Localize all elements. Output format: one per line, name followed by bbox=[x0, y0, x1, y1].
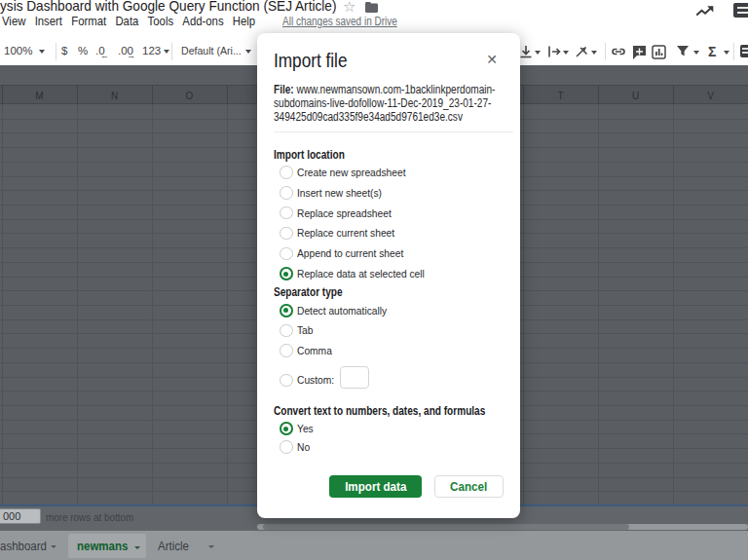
trending-up-icon[interactable] bbox=[695, 5, 715, 19]
sheet-tab-ashboard[interactable]: ashboard bbox=[0, 531, 62, 560]
functions-dropdown-arrow-icon[interactable] bbox=[724, 51, 729, 55]
radio-replace-current-sheet[interactable]: Replace current sheet bbox=[257, 223, 520, 243]
file-label: File: bbox=[274, 83, 294, 96]
sheet-tab-dropdown-arrow-icon[interactable] bbox=[51, 545, 56, 548]
more-formats-dropdown-arrow-icon bbox=[164, 50, 169, 54]
radio-circle-icon[interactable] bbox=[280, 344, 293, 357]
column-header-N[interactable]: N bbox=[77, 91, 152, 101]
create-filter-button[interactable] bbox=[676, 45, 691, 59]
radio-circle-icon[interactable] bbox=[280, 304, 293, 317]
radio-label: Custom: bbox=[297, 374, 339, 386]
separator-type-label: Separator type bbox=[274, 285, 343, 299]
toolbar-separator bbox=[605, 43, 606, 60]
zoom-select[interactable]: 100% bbox=[4, 45, 45, 56]
import-location-options: Create new spreadsheetInsert new sheet(s… bbox=[257, 163, 520, 284]
toolbar-separator bbox=[733, 43, 734, 60]
decrease-decimals-button[interactable]: .0← bbox=[95, 45, 105, 56]
convert-text-label: Convert text to numbers, dates, and form… bbox=[274, 404, 485, 418]
menu-data[interactable]: Data bbox=[115, 14, 138, 28]
toolbar-separator bbox=[56, 43, 56, 60]
radio-circle-icon[interactable] bbox=[280, 422, 293, 435]
font-dropdown-arrow-icon bbox=[245, 50, 251, 54]
radio-create-new-spreadsheet[interactable]: Create new spreadsheet bbox=[257, 163, 520, 183]
radio-tab[interactable]: Tab bbox=[257, 320, 520, 341]
filter-dropdown-arrow-icon[interactable] bbox=[693, 51, 699, 55]
radio-replace-data-at-selected-cell[interactable]: Replace data at selected cell bbox=[257, 264, 520, 284]
text-wrap-dropdown-arrow-icon[interactable] bbox=[563, 51, 569, 55]
separator-type-options: Detect automaticallyTabComma bbox=[257, 301, 520, 361]
sheet-tab-Article[interactable]: Article bbox=[152, 531, 220, 560]
more-formats-button[interactable]: 123 bbox=[142, 45, 169, 56]
text-rotation-dropdown-arrow-icon[interactable] bbox=[591, 51, 597, 55]
saved-status-link[interactable]: All changes saved in Drive bbox=[282, 15, 397, 28]
radio-no[interactable]: No bbox=[257, 438, 520, 457]
radio-circle-icon[interactable] bbox=[280, 440, 293, 454]
radio-circle-icon[interactable] bbox=[280, 247, 293, 261]
cancel-button[interactable]: Cancel bbox=[434, 475, 504, 498]
menu-tools[interactable]: Tools bbox=[148, 14, 173, 28]
sheet-tab-dropdown-arrow-icon[interactable] bbox=[208, 545, 214, 548]
toolbar-separator bbox=[171, 43, 172, 60]
radio-label: Yes bbox=[297, 423, 316, 434]
menu-view[interactable]: View bbox=[2, 14, 25, 28]
custom-separator-input[interactable] bbox=[340, 366, 369, 389]
document-title[interactable]: ysis Dashboard with Google Query Functio… bbox=[0, 0, 336, 14]
radio-replace-spreadsheet[interactable]: Replace spreadsheet bbox=[257, 203, 520, 223]
text-rotation-button[interactable] bbox=[575, 45, 589, 59]
add-rows-input[interactable]: 000 bbox=[0, 508, 41, 524]
radio-append-to-current-sheet[interactable]: Append to current sheet bbox=[257, 243, 520, 264]
radio-label: Insert new sheet(s) bbox=[297, 187, 393, 199]
more-rows-label: more rows at bottom bbox=[46, 511, 148, 523]
radio-insert-new-sheet-s-[interactable]: Insert new sheet(s) bbox=[257, 182, 520, 203]
format-percent-button[interactable]: % bbox=[78, 45, 88, 56]
close-icon[interactable]: ✕ bbox=[482, 50, 502, 69]
column-header-O[interactable]: O bbox=[152, 91, 227, 101]
vertical-align-dropdown-arrow-icon[interactable] bbox=[535, 51, 541, 55]
radio-label: Comma bbox=[297, 345, 336, 356]
icon-line bbox=[737, 12, 748, 14]
insert-link-button[interactable] bbox=[611, 45, 625, 59]
menu-bar: ViewInsertFormatDataToolsAdd-onsHelp bbox=[2, 14, 255, 28]
format-currency-button[interactable]: $ bbox=[61, 45, 67, 56]
menu-add-ons[interactable]: Add-ons bbox=[182, 14, 223, 28]
increase-decimal-arrow-icon: → bbox=[127, 51, 135, 60]
column-header-M[interactable]: M bbox=[2, 91, 77, 101]
import-file-dialog: Import file ✕ File: www.newmansown.com-1… bbox=[257, 33, 520, 518]
insert-comment-button[interactable] bbox=[632, 45, 647, 59]
import-data-button[interactable]: Import data bbox=[329, 475, 422, 498]
radio-circle-icon[interactable] bbox=[280, 206, 293, 220]
radio-circle-icon[interactable] bbox=[280, 267, 293, 280]
column-header-V[interactable]: V bbox=[673, 91, 748, 101]
star-icon[interactable]: ☆ bbox=[343, 0, 355, 16]
radio-circle-icon[interactable] bbox=[280, 324, 293, 338]
radio-yes[interactable]: Yes bbox=[257, 420, 520, 438]
radio-detect-automatically[interactable]: Detect automatically bbox=[257, 301, 520, 321]
menu-insert[interactable]: Insert bbox=[35, 14, 62, 28]
column-header-U[interactable]: U bbox=[598, 91, 673, 101]
comment-history-icon[interactable] bbox=[733, 3, 748, 18]
zoom-dropdown-arrow-icon bbox=[39, 50, 45, 54]
text-wrap-button[interactable] bbox=[547, 45, 562, 59]
increase-decimals-button[interactable]: .00→ bbox=[118, 45, 133, 56]
radio-circle-icon[interactable] bbox=[280, 374, 293, 388]
menu-help[interactable]: Help bbox=[233, 14, 255, 28]
menu-format[interactable]: Format bbox=[71, 14, 106, 28]
radio-label: No bbox=[297, 441, 312, 453]
horizontal-scrollbar-thumb[interactable] bbox=[263, 524, 629, 530]
move-folder-icon[interactable] bbox=[365, 2, 378, 13]
radio-label: Replace current sheet bbox=[297, 227, 407, 239]
column-header-T[interactable]: T bbox=[523, 91, 598, 101]
radio-custom-[interactable]: Custom: bbox=[257, 370, 520, 391]
radio-comma[interactable]: Comma bbox=[257, 341, 520, 361]
vertical-align-button[interactable] bbox=[519, 45, 534, 59]
insert-chart-button[interactable] bbox=[652, 45, 666, 59]
input-tools-icon[interactable] bbox=[740, 45, 748, 57]
font-select[interactable]: Default (Ari... bbox=[181, 45, 246, 56]
radio-circle-icon[interactable] bbox=[280, 227, 293, 241]
decrease-decimal-arrow-icon: ← bbox=[100, 51, 109, 60]
sheet-tab-dropdown-arrow-icon[interactable] bbox=[134, 546, 140, 549]
radio-circle-icon[interactable] bbox=[280, 186, 293, 200]
sheet-tab-newmans[interactable]: newmans bbox=[68, 534, 146, 558]
functions-button[interactable]: Σ bbox=[708, 45, 723, 59]
radio-circle-icon[interactable] bbox=[280, 166, 293, 179]
